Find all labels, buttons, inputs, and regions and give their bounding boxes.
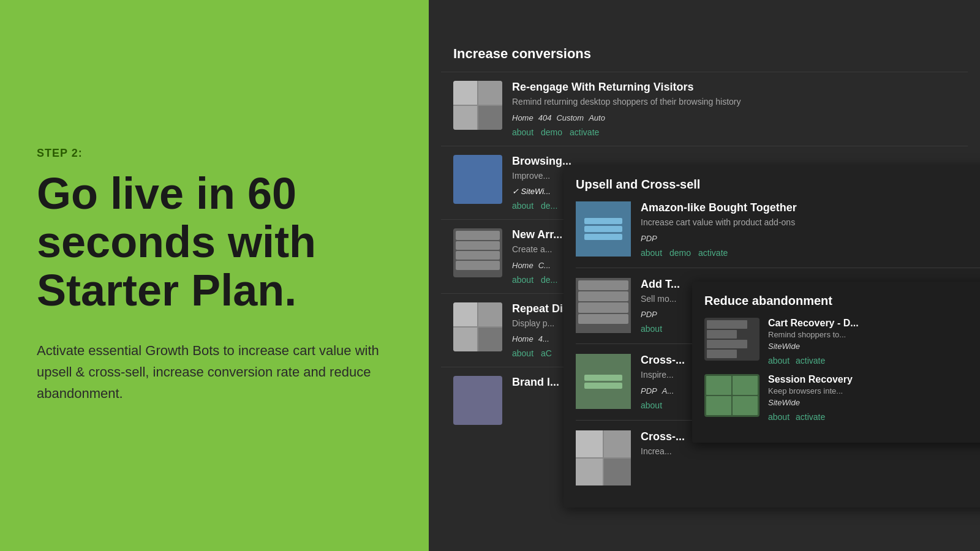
upsell-desc-amazon: Increase cart value with product add-ons xyxy=(641,217,980,229)
reengage-demo-link[interactable]: demo xyxy=(541,127,562,137)
section-title: Increase conversions xyxy=(441,46,968,72)
upsell-desc-cross2: Increa... xyxy=(641,446,980,458)
sub-text: Activate essential Growth Bots to increa… xyxy=(37,340,392,405)
abandon-thumb-cart xyxy=(704,318,760,361)
abandon-info-session: Session Recovery Keep browsers inte... S… xyxy=(768,374,980,422)
cross1-about-link[interactable]: about xyxy=(641,400,662,410)
tag-custom: Custom xyxy=(556,113,584,122)
reengage-about-link[interactable]: about xyxy=(512,127,533,137)
abandon-title: Reduce abandonment xyxy=(704,294,980,308)
bot-thumbnail-browsing xyxy=(453,155,502,204)
abandon-name-session: Session Recovery xyxy=(768,374,980,385)
right-panel: Increase conversions Re-engage With Retu… xyxy=(429,0,980,551)
reduce-abandonment-panel: Reduce abandonment Cart Recovery - D... … xyxy=(692,282,980,443)
upsell-info-amazon: Amazon-like Bought Together Increase car… xyxy=(641,201,980,258)
upsell-links-amazon: about demo activate xyxy=(641,248,980,258)
amazon-about-link[interactable]: about xyxy=(641,248,662,258)
tag-auto: Auto xyxy=(589,113,605,122)
tag-sitewide-cart: SiteWide xyxy=(768,342,800,351)
abandon-links-cart: about activate xyxy=(768,356,980,365)
bot-desc-reengage: Remind returning desktop shoppers of the… xyxy=(512,96,956,108)
addt-about-link[interactable]: about xyxy=(641,324,662,334)
abandon-item-cart: Cart Recovery - D... Remind shoppers to.… xyxy=(704,318,980,365)
amazon-activate-link[interactable]: activate xyxy=(698,248,728,258)
upsell-title: Upsell and Cross-sell xyxy=(576,178,980,192)
tag-pdp-addt: PDP xyxy=(641,310,657,319)
cart-activate-link[interactable]: activate xyxy=(796,356,825,365)
tag-4-repeat: 4... xyxy=(538,334,549,343)
upsell-thumb-amazon xyxy=(576,201,631,257)
upsell-name-amazon: Amazon-like Bought Together xyxy=(641,201,980,214)
bot-item-reengage: Re-engage With Returning Visitors Remind… xyxy=(441,72,968,146)
bot-thumbnail-brand xyxy=(453,376,502,425)
browsing-de-link[interactable]: de... xyxy=(541,201,557,211)
bot-thumbnail-newarr xyxy=(453,228,502,277)
session-activate-link[interactable]: activate xyxy=(796,412,825,422)
upsell-thumb-cross2 xyxy=(576,430,631,485)
step-label: STEP 2: xyxy=(37,147,392,160)
abandon-tags-session: SiteWide xyxy=(768,398,980,407)
tag-c-newarr: C... xyxy=(538,261,551,270)
tag-pdp-cross1: PDP xyxy=(641,386,657,395)
abandon-name-cart: Cart Recovery - D... xyxy=(768,318,980,329)
upsell-thumb-addt xyxy=(576,278,631,333)
tag-pdp-amazon: PDP xyxy=(641,234,657,243)
tag-home: Home xyxy=(512,113,533,122)
tag-sitewide-check: ✓ SiteWi... xyxy=(512,187,551,196)
tag-home-repeat: Home xyxy=(512,334,533,343)
abandon-thumb-session xyxy=(704,374,760,417)
abandon-desc-session: Keep browsers inte... xyxy=(768,386,980,395)
tag-sitewide-session: SiteWide xyxy=(768,398,800,407)
bot-name-reengage: Re-engage With Returning Visitors xyxy=(512,81,956,94)
abandon-tags-cart: SiteWide xyxy=(768,342,980,351)
bot-links-reengage: about demo activate xyxy=(512,127,956,137)
repeat-about-link[interactable]: about xyxy=(512,348,533,358)
tag-a-cross1: A... xyxy=(662,386,674,395)
upsell-tags-amazon: PDP xyxy=(641,234,980,243)
abandon-desc-cart: Remind shoppers to... xyxy=(768,330,980,339)
newarr-about-link[interactable]: about xyxy=(512,275,533,285)
bot-tags-reengage: Home 404 Custom Auto xyxy=(512,113,956,122)
abandon-info-cart: Cart Recovery - D... Remind shoppers to.… xyxy=(768,318,980,365)
bot-thumbnail-reengage xyxy=(453,81,502,130)
browsing-about-link[interactable]: about xyxy=(512,201,533,211)
repeat-ac-link[interactable]: aC xyxy=(541,348,552,358)
session-about-link[interactable]: about xyxy=(768,412,790,422)
bot-thumbnail-repeat xyxy=(453,302,502,351)
upsell-thumb-cross1 xyxy=(576,354,631,409)
upsell-item-amazon: Amazon-like Bought Together Increase car… xyxy=(576,201,980,268)
tag-home-newarr: Home xyxy=(512,261,533,270)
newarr-de-link[interactable]: de... xyxy=(541,275,557,285)
amazon-demo-link[interactable]: demo xyxy=(669,248,691,258)
tag-404: 404 xyxy=(538,113,552,122)
abandon-links-session: about activate xyxy=(768,412,980,422)
bot-info-reengage: Re-engage With Returning Visitors Remind… xyxy=(512,81,956,137)
main-heading: Go live in 60 seconds with Starter Plan. xyxy=(37,170,392,315)
reengage-activate-link[interactable]: activate xyxy=(570,127,599,137)
cart-about-link[interactable]: about xyxy=(768,356,790,365)
abandon-item-session: Session Recovery Keep browsers inte... S… xyxy=(704,374,980,422)
left-panel: STEP 2: Go live in 60 seconds with Start… xyxy=(0,0,429,551)
